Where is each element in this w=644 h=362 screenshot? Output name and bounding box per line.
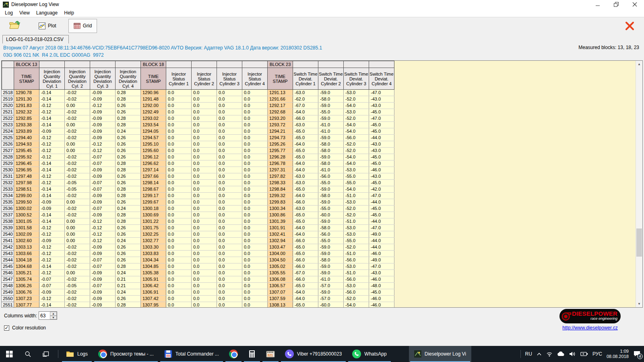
row-number[interactable]: 2532 [2, 180, 14, 186]
chevron-up-icon[interactable] [537, 352, 542, 356]
table-row: 25301296.95-0.14-0.02-0.090.281297.140.0… [2, 167, 394, 173]
row-number[interactable]: 2533 [2, 186, 14, 193]
row-number[interactable]: 2538 [2, 218, 14, 225]
search-button[interactable] [19, 346, 37, 362]
scroll-thumb[interactable] [636, 228, 642, 257]
minimize-button[interactable] [588, 0, 607, 9]
row-number[interactable]: 2527 [2, 148, 14, 154]
open-log-button[interactable] [6, 19, 23, 33]
start-button[interactable] [0, 346, 19, 362]
row-number[interactable]: 2526 [2, 141, 14, 148]
row-number[interactable]: 2548 [2, 283, 14, 289]
close-log-button[interactable] [624, 21, 635, 33]
color-resolution-checkbox[interactable]: ✓ [4, 325, 9, 331]
cell: 1298.51 [14, 186, 39, 193]
taskbar-item-calculator[interactable] [243, 346, 261, 362]
cell: -66.0 [293, 276, 318, 283]
row-number[interactable]: 2528 [2, 154, 14, 160]
columns-width-input[interactable]: 63 [39, 312, 50, 319]
viber-icon [285, 350, 294, 358]
keyboard-layout-indicator[interactable]: РУС [592, 351, 602, 357]
cell: -60.0 [318, 302, 344, 308]
menu-language[interactable]: Language [33, 9, 61, 16]
row-number[interactable]: 2536 [2, 206, 14, 212]
onedrive-cloud-icon[interactable] [557, 352, 565, 356]
grid-button[interactable]: Grid [68, 19, 97, 33]
task-view-button[interactable] [37, 346, 56, 362]
row-number[interactable]: 2537 [2, 212, 14, 218]
row-number[interactable]: 2535 [2, 199, 14, 206]
restore-button[interactable] [607, 0, 625, 9]
spinner-down-button[interactable]: ▼ [50, 316, 57, 320]
cell: -66.0 [293, 257, 318, 263]
row-number[interactable]: 2540 [2, 231, 14, 238]
table-row: 25381301.05-0.140.00-0.120.281301.220.00… [2, 218, 394, 225]
menu-help[interactable]: Help [61, 9, 77, 16]
cell: 0.26 [116, 148, 141, 154]
cell: 1293.02 [141, 115, 166, 122]
row-number[interactable]: 2549 [2, 289, 14, 296]
row-number[interactable]: 2547 [2, 276, 14, 283]
cell: -52.0 [344, 96, 369, 103]
row-number[interactable]: 2519 [2, 96, 14, 103]
row-number[interactable]: 2522 [2, 115, 14, 122]
menu-view[interactable]: View [16, 9, 33, 16]
row-number[interactable]: 2520 [2, 103, 14, 109]
block-header-cell [2, 61, 14, 68]
cell: -0.12 [39, 148, 65, 154]
menu-log[interactable]: Log [2, 9, 16, 16]
row-number[interactable]: 2521 [2, 109, 14, 115]
battery-icon[interactable] [580, 352, 588, 356]
taskbar-item-dieselpower[interactable]: Dieselpower Log Vi [409, 346, 471, 362]
row-number[interactable]: 2539 [2, 225, 14, 231]
row-number[interactable]: 2530 [2, 167, 14, 173]
cell: 0.0 [192, 199, 217, 206]
taskbar-item-logs[interactable]: Logs [61, 346, 93, 362]
cell: 0.0 [217, 225, 242, 231]
row-number[interactable]: 2531 [2, 173, 14, 180]
cell: -54.0 [344, 302, 369, 308]
taskbar-item-media-player[interactable]: 321 [261, 346, 280, 362]
taskbar-item-chrome[interactable] [224, 346, 243, 362]
cell: 1297.82 [268, 173, 293, 180]
cell: -49.0 [369, 231, 394, 238]
taskbar-item-chrome-theme[interactable]: Просмотр темы - ... [93, 346, 159, 362]
row-number[interactable]: 2541 [2, 238, 14, 244]
tab-log-file[interactable]: LOG-01-013-018-023.CSV [2, 35, 69, 43]
language-indicator[interactable]: RU [525, 351, 532, 357]
cell: 0.0 [166, 283, 192, 289]
cell: 0.0 [242, 225, 268, 231]
row-number[interactable]: 2525 [2, 135, 14, 141]
row-number[interactable]: 2545 [2, 263, 14, 270]
row-number[interactable]: 2546 [2, 270, 14, 276]
row-number[interactable]: 2542 [2, 244, 14, 251]
scroll-up-arrow[interactable]: ▲ [636, 61, 642, 68]
plot-icon [39, 23, 45, 29]
taskbar-item-viber[interactable]: Viber +79185000023 [280, 346, 347, 362]
scroll-down-arrow[interactable]: ▼ [636, 300, 642, 307]
cell: 0.26 [116, 231, 141, 238]
volume-icon[interactable] [569, 351, 576, 357]
row-number[interactable]: 2523 [2, 122, 14, 128]
taskbar-item-total-commander[interactable]: Total Commander ... [159, 346, 224, 362]
row-number[interactable]: 2534 [2, 193, 14, 199]
plot-button[interactable]: Plot [34, 19, 61, 33]
row-number[interactable]: 2550 [2, 296, 14, 302]
cell: -64.0 [293, 160, 318, 167]
taskbar-item-whatsapp[interactable]: WhatsApp [347, 346, 392, 362]
row-number[interactable]: 2518 [2, 90, 14, 96]
row-number[interactable]: 2524 [2, 128, 14, 135]
row-number[interactable]: 2543 [2, 251, 14, 257]
cell: -0.02 [65, 193, 90, 199]
cell: -53.0 [344, 90, 369, 96]
clock[interactable]: 1:09 08.08.2018 [607, 349, 629, 359]
row-number[interactable]: 2529 [2, 160, 14, 167]
row-number[interactable]: 2544 [2, 257, 14, 263]
spinner-up-button[interactable]: ▲ [50, 312, 57, 316]
row-number[interactable]: 2551 [2, 302, 14, 308]
vertical-scrollbar[interactable]: ▲ ▼ [636, 61, 642, 307]
wifi-icon[interactable] [546, 351, 553, 357]
close-button[interactable] [625, 0, 644, 9]
action-center-button[interactable]: 4 [633, 350, 641, 358]
dieselpower-link[interactable]: http://www.dieselpower.cz [562, 325, 617, 331]
